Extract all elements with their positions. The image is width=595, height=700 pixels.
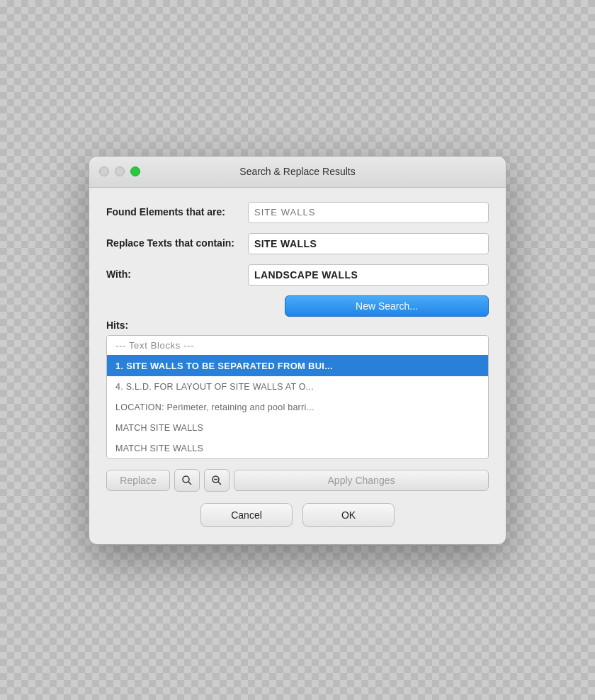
list-item[interactable]: 4. S.L.D. FOR LAYOUT OF SITE WALLS AT O.… bbox=[107, 376, 488, 397]
zoom-out-icon bbox=[211, 475, 222, 486]
found-input[interactable] bbox=[248, 202, 489, 223]
list-item[interactable]: MATCH SITE WALLS bbox=[107, 438, 488, 458]
with-row: With: bbox=[106, 264, 489, 286]
replace-label: Replace Texts that contain: bbox=[106, 237, 248, 249]
search-icon bbox=[181, 475, 193, 486]
results-list: --- Text Blocks --- 1. SITE WALLS TO BE … bbox=[106, 335, 489, 459]
apply-changes-button[interactable]: Apply Changes bbox=[234, 470, 489, 491]
found-label: Found Elements that are: bbox=[106, 205, 248, 218]
ok-cancel-row: Cancel OK bbox=[106, 503, 489, 527]
traffic-lights bbox=[99, 166, 140, 176]
list-item[interactable]: MATCH SITE WALLS bbox=[107, 417, 488, 438]
replace-texts-row: Replace Texts that contain: bbox=[106, 233, 489, 254]
with-label: With: bbox=[106, 268, 248, 281]
title-bar: Search & Replace Results bbox=[89, 157, 506, 188]
dialog: Search & Replace Results Found Elements … bbox=[89, 156, 506, 545]
minimize-button[interactable] bbox=[115, 166, 125, 176]
bottom-buttons: Replace Apply Changes bbox=[106, 469, 489, 492]
window-title: Search & Replace Results bbox=[239, 166, 355, 177]
hits-label: Hits: bbox=[106, 320, 128, 331]
new-search-row: New Search... bbox=[106, 295, 489, 317]
zoom-out-icon-button[interactable] bbox=[204, 469, 230, 492]
close-button[interactable] bbox=[99, 166, 109, 176]
dialog-shadow: Search & Replace Results Found Elements … bbox=[89, 156, 506, 545]
ok-button[interactable]: OK bbox=[302, 503, 395, 527]
new-search-button[interactable]: New Search... bbox=[285, 295, 489, 317]
hits-row: Hits: bbox=[106, 320, 489, 331]
search-icon-button[interactable] bbox=[174, 469, 200, 492]
with-input[interactable] bbox=[248, 264, 489, 286]
found-elements-row: Found Elements that are: bbox=[106, 202, 489, 223]
maximize-button[interactable] bbox=[130, 166, 140, 176]
replace-button[interactable]: Replace bbox=[106, 470, 170, 491]
svg-line-3 bbox=[218, 482, 221, 485]
list-item[interactable]: LOCATION: Perimeter, retaining and pool … bbox=[107, 397, 488, 417]
list-item[interactable]: 1. SITE WALLS TO BE SEPARATED FROM BUI..… bbox=[107, 355, 488, 376]
replace-input[interactable] bbox=[248, 233, 489, 254]
list-section-header: --- Text Blocks --- bbox=[107, 336, 488, 355]
dialog-content: Found Elements that are: Replace Texts t… bbox=[89, 188, 506, 544]
svg-point-0 bbox=[183, 476, 189, 482]
svg-line-1 bbox=[188, 482, 191, 485]
cancel-button[interactable]: Cancel bbox=[200, 503, 293, 527]
